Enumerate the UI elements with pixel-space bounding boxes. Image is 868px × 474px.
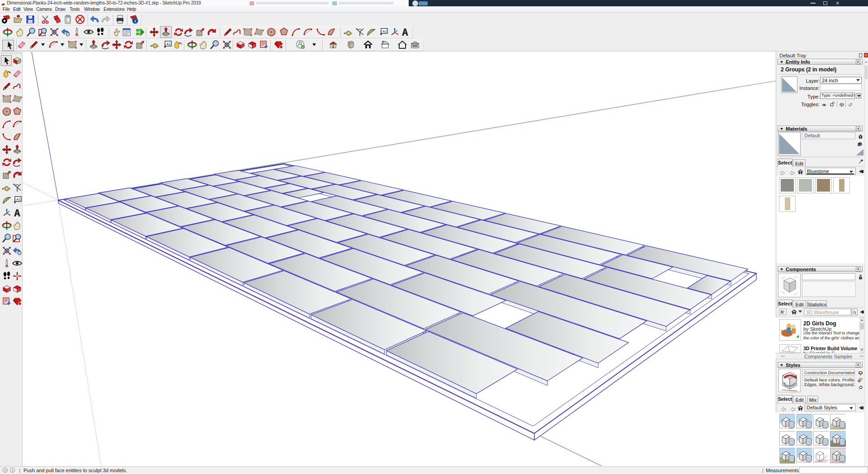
svg-text:A1: A1: [166, 42, 171, 46]
svg-text:A1: A1: [382, 29, 387, 33]
svg-text:A1: A1: [16, 197, 21, 202]
